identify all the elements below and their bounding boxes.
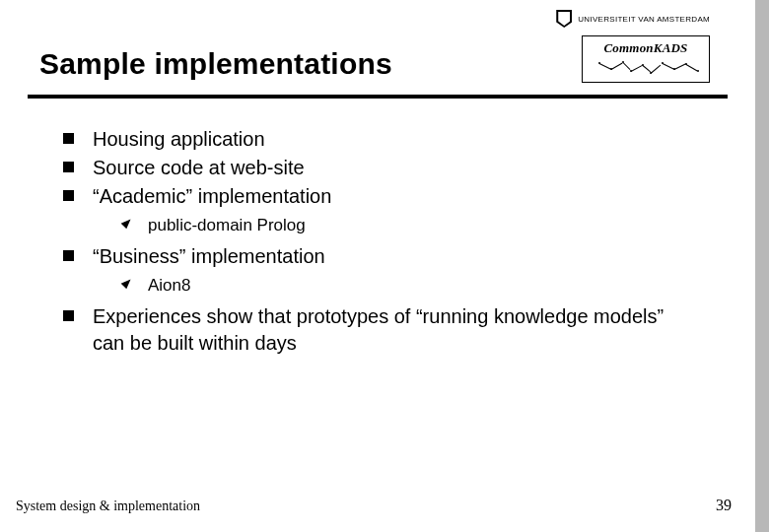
uva-logo: UNIVERSITEIT VAN AMSTERDAM <box>556 10 710 28</box>
list-item: Aion8 <box>122 274 692 298</box>
bullet-text: Housing application <box>93 128 265 150</box>
right-gray-stripe <box>755 0 769 532</box>
sub-bullet-text: Aion8 <box>148 276 190 295</box>
bullet-text: Experiences show that prototypes of “run… <box>93 305 664 354</box>
title-underline <box>28 95 728 99</box>
shield-icon <box>556 10 572 28</box>
uva-logo-text: UNIVERSITEIT VAN AMSTERDAM <box>578 15 710 24</box>
bullet-list: Housing application Source code at web-s… <box>63 126 692 357</box>
slide: UNIVERSITEIT VAN AMSTERDAM CommonKADS <box>0 0 755 532</box>
bullet-text: “Academic” implementation <box>93 185 331 207</box>
slide-header: Sample implementations <box>39 47 716 81</box>
list-item: “Business” implementation Aion8 <box>63 243 692 298</box>
list-item: “Academic” implementation public-domain … <box>63 183 692 237</box>
slide-footer: System design & implementation 39 <box>16 497 732 514</box>
page-number: 39 <box>716 497 732 514</box>
list-item: Housing application <box>63 126 692 153</box>
list-item: Source code at web-site <box>63 155 692 181</box>
sub-bullet-text: public-domain Prolog <box>148 216 306 234</box>
slide-title: Sample implementations <box>39 47 716 81</box>
list-item: Experiences show that prototypes of “run… <box>63 303 692 357</box>
sub-bullet-list: public-domain Prolog <box>122 214 692 237</box>
sub-bullet-list: Aion8 <box>122 274 692 298</box>
bullet-text: “Business” implementation <box>93 245 325 267</box>
bullet-text: Source code at web-site <box>93 157 305 178</box>
list-item: public-domain Prolog <box>122 214 692 237</box>
footer-left-text: System design & implementation <box>16 499 200 514</box>
slide-content: Housing application Source code at web-s… <box>63 126 692 359</box>
